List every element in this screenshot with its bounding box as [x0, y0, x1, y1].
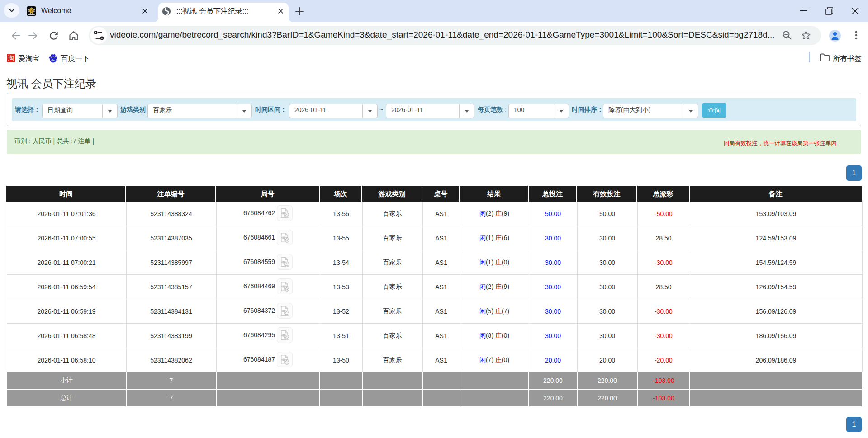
svg-text:du: du — [51, 58, 55, 62]
